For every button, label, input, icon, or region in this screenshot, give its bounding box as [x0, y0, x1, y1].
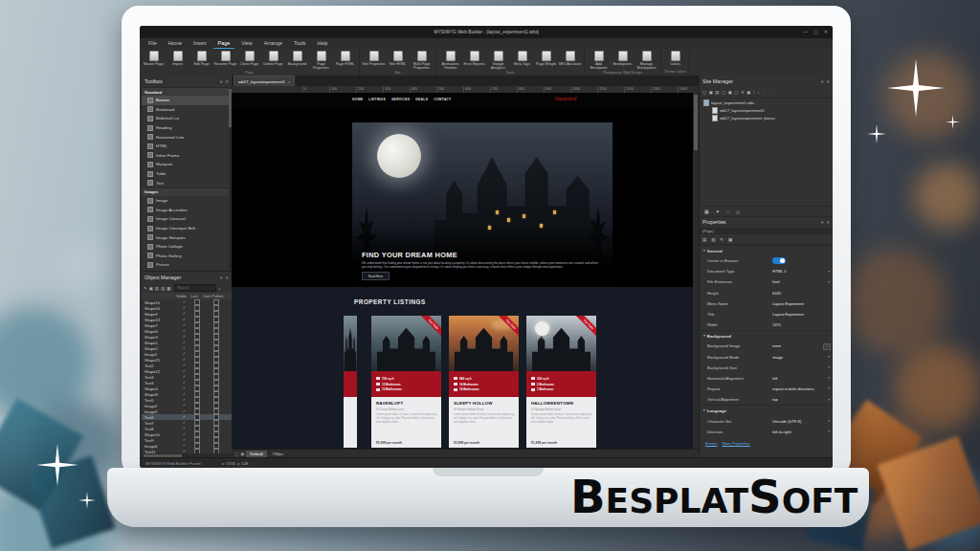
site-nav-link[interactable]: HOME [352, 98, 363, 101]
site-manager-toolbar-icon[interactable]: ▤ [715, 90, 719, 95]
ribbon-button[interactable]: Page Weight [534, 50, 558, 71]
dont-publish-checkbox[interactable] [203, 386, 230, 391]
visible-check-icon[interactable]: ✓ [177, 438, 191, 442]
minimize-button[interactable]: — [803, 29, 808, 34]
chevron-down-icon[interactable]: ▾ [821, 220, 823, 225]
lock-checkbox[interactable] [191, 305, 203, 311]
object-manager-toolbar-icon[interactable]: ▤ [155, 286, 159, 291]
tab-close-icon[interactable]: × [288, 79, 291, 84]
toolbox-item[interactable]: HTML [142, 142, 232, 151]
property-value[interactable]: image [772, 355, 833, 360]
dont-publish-checkbox[interactable] [203, 340, 230, 345]
lock-checkbox[interactable] [191, 414, 203, 420]
dont-publish-checkbox[interactable] [203, 345, 230, 351]
visible-check-icon[interactable]: ✓ [177, 375, 191, 379]
ribbon-button[interactable]: Page Properties [309, 50, 333, 71]
object-manager-toolbar-icon[interactable]: ▦ [167, 286, 170, 291]
visible-check-icon[interactable]: ✓ [177, 409, 191, 413]
site-nav-link[interactable]: LISTINGS [368, 98, 386, 101]
dont-publish-checkbox[interactable] [203, 299, 230, 305]
dont-publish-checkbox[interactable] [203, 305, 230, 311]
ribbon-button[interactable]: Add Breakpoint [587, 50, 611, 71]
properties-category-icon[interactable]: ▦ [728, 237, 732, 242]
property-row[interactable]: Vertical Alignment top [700, 394, 833, 405]
property-value[interactable]: top [772, 397, 833, 402]
property-row[interactable]: Background Mode image [700, 352, 833, 363]
visible-check-icon[interactable]: ✓ [177, 364, 191, 367]
ribbon-tab[interactable]: Page [213, 39, 235, 49]
toolbox-item[interactable]: Banner [142, 96, 232, 105]
dont-publish-checkbox[interactable] [203, 403, 230, 408]
visible-check-icon[interactable]: ✓ [177, 300, 191, 304]
panel-tab-icon[interactable]: ○ [726, 209, 729, 214]
lock-checkbox[interactable] [191, 317, 203, 322]
dont-publish-checkbox[interactable] [203, 437, 230, 443]
dont-publish-checkbox[interactable] [203, 408, 230, 414]
site-manager-toolbar-icon[interactable]: ✕ [741, 90, 745, 95]
ribbon-button[interactable]: Meta Tags [510, 50, 534, 71]
dont-publish-checkbox[interactable] [203, 334, 230, 340]
ribbon-tab[interactable]: File [144, 39, 162, 49]
visible-check-icon[interactable]: ✓ [177, 421, 191, 425]
toolbox-item[interactable]: Image [142, 196, 232, 206]
ribbon-tab[interactable]: Home [164, 39, 187, 49]
ribbon-button[interactable]: SEO Assistant [558, 50, 582, 71]
site-manager-toolbar-icon[interactable]: ▣ [746, 90, 750, 95]
dont-publish-checkbox[interactable] [203, 391, 230, 397]
property-value[interactable] [772, 257, 786, 264]
site-manager-toolbar-icon[interactable]: ← [762, 90, 766, 95]
property-value[interactable]: 6245 [772, 291, 833, 296]
lock-checkbox[interactable] [191, 328, 203, 334]
lock-checkbox[interactable] [191, 403, 203, 408]
lock-checkbox[interactable] [191, 391, 203, 397]
lock-checkbox[interactable] [191, 431, 203, 437]
site-manager-toolbar-icon[interactable]: ▢ [702, 90, 706, 95]
dont-publish-checkbox[interactable] [203, 357, 230, 363]
close-icon[interactable]: ✕ [826, 79, 830, 84]
property-row[interactable]: Horizontal Alignment left [700, 373, 833, 384]
dont-publish-checkbox[interactable] [203, 317, 230, 322]
object-manager-toolbar-icon[interactable]: ▥ [161, 286, 165, 291]
listing-card[interactable]: For Sale 700 sq ft 13 Bedrooms 13 Bathro… [371, 316, 441, 448]
toolbox-item[interactable]: Image Hotspots [142, 232, 232, 242]
maximize-button[interactable]: ▢ [813, 29, 818, 34]
ribbon-button[interactable]: Animations Timeline [438, 50, 462, 71]
site-tree-page[interactable]: wb17_layoutexperiment1 [700, 106, 833, 114]
visible-check-icon[interactable]: ✓ [177, 346, 191, 350]
visible-check-icon[interactable]: ✓ [177, 352, 191, 356]
property-value[interactable]: repeat in both directions [772, 386, 833, 391]
object-manager-toolbar-icon[interactable]: ✎ [144, 286, 147, 291]
property-row[interactable]: Repeat repeat in both directions [700, 384, 833, 394]
breakpoint-device-icon[interactable]: ▢ [234, 452, 238, 456]
dont-publish-checkbox[interactable] [203, 397, 230, 403]
dont-publish-checkbox[interactable] [203, 328, 230, 334]
site-manager-toolbar-icon[interactable]: ▣ [728, 90, 732, 95]
lock-checkbox[interactable] [191, 420, 203, 426]
dont-publish-checkbox[interactable] [203, 380, 230, 386]
dont-publish-checkbox[interactable] [203, 414, 230, 420]
property-value[interactable]: Layout Expiriment [772, 301, 833, 306]
breakpoint-device-icon[interactable]: ▣ [240, 452, 244, 456]
dont-publish-checkbox[interactable] [203, 426, 230, 431]
visible-check-icon[interactable]: ✓ [177, 444, 191, 448]
lock-checkbox[interactable] [191, 334, 203, 340]
site-manager-toolbar-icon[interactable]: ▢ [734, 90, 738, 95]
lock-checkbox[interactable] [191, 437, 203, 443]
toolbox-section-images[interactable]: Images [142, 187, 232, 196]
dont-publish-checkbox[interactable] [203, 351, 230, 357]
lock-checkbox[interactable] [191, 299, 203, 305]
property-row[interactable]: Center in Browser [700, 255, 833, 266]
properties-link[interactable]: More Properties [723, 441, 750, 446]
property-value[interactable]: HTML 5 [772, 269, 833, 274]
object-manager-toolbar-icon[interactable]: ▣ [149, 286, 153, 291]
visible-check-icon[interactable]: ✓ [177, 415, 191, 419]
property-value[interactable]: Layout Expiriment [772, 312, 833, 317]
property-row[interactable]: Height 6245 [700, 288, 833, 298]
chevron-down-icon[interactable]: ▾ [220, 276, 222, 280]
panel-tab-icon[interactable]: ✦ [716, 209, 720, 214]
ribbon-button[interactable]: Master Page [142, 50, 166, 71]
ribbon-tab[interactable]: Insert [189, 39, 211, 49]
breakpoint-tab[interactable]: 768px [269, 451, 287, 457]
visible-check-icon[interactable]: ✓ [177, 404, 191, 408]
visible-check-icon[interactable]: ✓ [177, 306, 191, 310]
